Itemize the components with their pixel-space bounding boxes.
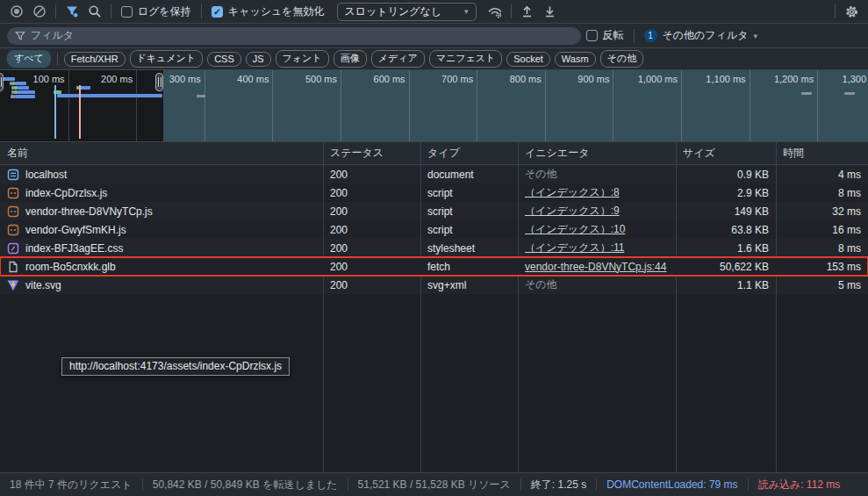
timeline-tick-label: 600 ms bbox=[341, 74, 409, 86]
summary-status-bar: 18 件中 7 件のリクエスト50,842 KB / 50,849 KB を転送… bbox=[0, 472, 868, 496]
checkbox-unchecked-icon bbox=[586, 30, 598, 41]
filter-type-button[interactable]: Socket bbox=[506, 52, 550, 67]
record-button[interactable] bbox=[5, 2, 28, 21]
clear-button[interactable] bbox=[28, 2, 51, 21]
table-row[interactable]: localhost200documentその他0.9 KB4 ms bbox=[0, 165, 868, 183]
initiator-link[interactable]: （インデックス）:11 bbox=[525, 241, 624, 254]
filter-count-badge: 1 bbox=[644, 29, 657, 42]
table-row[interactable]: index-BFJ3agEE.css200stylesheet（インデックス）:… bbox=[0, 239, 868, 257]
status-cell: 200 bbox=[323, 242, 420, 255]
initiator-link[interactable]: （インデックス）:8 bbox=[525, 186, 620, 198]
type-cell: stylesheet bbox=[420, 242, 518, 255]
initiator-text: その他 bbox=[525, 278, 557, 291]
record-icon bbox=[10, 4, 24, 18]
url-tooltip: http://localhost:4173/assets/index-CpDrz… bbox=[61, 357, 290, 376]
toolbar-divider bbox=[835, 4, 836, 18]
vite-icon bbox=[7, 279, 19, 291]
column-header-イニシエータ[interactable]: イニシエータ bbox=[518, 146, 676, 161]
timeline-overview[interactable]: 100 ms200 ms300 ms400 ms500 ms600 ms700 … bbox=[0, 70, 868, 142]
initiator-link[interactable]: vendor-three-D8VNyTCp.js:44 bbox=[525, 261, 666, 273]
overview-left-grip[interactable] bbox=[0, 73, 4, 91]
filter-type-button[interactable]: メディア bbox=[371, 50, 425, 68]
timeline-tick-label: 1,200 ms bbox=[750, 74, 818, 86]
column-header-サイズ[interactable]: サイズ bbox=[676, 146, 776, 161]
initiator-link[interactable]: （インデックス）:9 bbox=[525, 205, 620, 217]
request-name-cell: index-BFJ3agEE.css bbox=[0, 242, 323, 255]
toolbar-divider bbox=[201, 4, 202, 18]
table-row[interactable]: room-Bo5cnxkk.glb200fetchvendor-three-D8… bbox=[0, 257, 868, 276]
column-header-タイプ[interactable]: タイプ bbox=[420, 146, 518, 161]
initiator-cell: その他 bbox=[518, 167, 676, 182]
import-har-button[interactable] bbox=[516, 2, 539, 21]
export-har-button[interactable] bbox=[539, 2, 562, 21]
more-filters-dropdown[interactable]: 1 その他のフィルタ ▾ bbox=[644, 28, 758, 43]
request-name-cell: vendor-three-D8VNyTCp.js bbox=[0, 205, 323, 218]
filter-type-button[interactable]: JS bbox=[246, 52, 271, 67]
filter-type-button[interactable]: 画像 bbox=[334, 50, 367, 68]
column-divider[interactable] bbox=[776, 142, 777, 472]
column-divider[interactable] bbox=[518, 142, 519, 472]
search-button[interactable] bbox=[83, 2, 106, 21]
status-segment: 50,842 KB / 50,849 KB を転送しました bbox=[143, 478, 348, 492]
request-name: index-CpDrzlsx.js bbox=[25, 187, 107, 199]
type-cell: script bbox=[420, 187, 518, 199]
initiator-link[interactable]: （インデックス）:10 bbox=[525, 223, 625, 235]
filter-type-button[interactable]: ドキュメント bbox=[130, 50, 204, 68]
waterfall-bar bbox=[801, 92, 812, 95]
column-header-ステータス[interactable]: ステータス bbox=[323, 146, 420, 161]
filter-divider bbox=[634, 29, 635, 43]
resource-type-filters: すべてFetch/XHRドキュメントCSSJSフォント画像メディアマニフェストS… bbox=[0, 48, 868, 70]
filter-type-button[interactable]: マニフェスト bbox=[429, 50, 503, 68]
filter-type-button[interactable]: Fetch/XHR bbox=[64, 52, 126, 67]
disable-cache-checkbox[interactable]: ✓ キャッシュを無効化 bbox=[212, 4, 325, 19]
filter-input[interactable]: フィルタ bbox=[7, 27, 581, 45]
request-name-cell: room-Bo5cnxkk.glb bbox=[0, 261, 323, 273]
funnel-icon bbox=[15, 31, 25, 41]
column-divider[interactable] bbox=[676, 142, 677, 472]
type-cell: script bbox=[420, 205, 518, 218]
load-line bbox=[79, 85, 81, 139]
filter-type-button[interactable]: Wasm bbox=[555, 52, 596, 67]
settings-button[interactable] bbox=[840, 2, 863, 21]
gear-icon bbox=[844, 4, 859, 19]
timeline-tick-label: 200 ms bbox=[68, 74, 137, 86]
chevron-down-icon: ▾ bbox=[464, 7, 469, 16]
column-header-名前[interactable]: 名前 bbox=[0, 146, 323, 161]
throttling-select[interactable]: スロットリングなし ▾ bbox=[337, 3, 477, 21]
status-cell: 200 bbox=[323, 169, 420, 181]
preserve-log-checkbox[interactable]: ログを保持 bbox=[121, 4, 191, 19]
waterfall-bar bbox=[15, 82, 26, 85]
table-row[interactable]: vendor-GwyfSmKH.js200script（インデックス）:1063… bbox=[0, 220, 868, 239]
filter-toggle-button[interactable] bbox=[61, 2, 83, 21]
size-cell: 1.1 KB bbox=[676, 279, 776, 291]
table-row[interactable]: vendor-three-D8VNyTCp.js200script（インデックス… bbox=[0, 202, 868, 220]
table-row[interactable]: index-CpDrzlsx.js200script（インデックス）:82.9 … bbox=[0, 183, 868, 202]
overview-right-grip[interactable] bbox=[155, 73, 163, 91]
initiator-cell: （インデックス）:8 bbox=[518, 185, 676, 200]
filter-type-button[interactable]: すべて bbox=[7, 50, 51, 68]
size-cell: 1.6 KB bbox=[676, 242, 776, 255]
invert-filter-checkbox[interactable]: 反転 bbox=[586, 28, 624, 43]
preserve-log-label: ログを保持 bbox=[138, 4, 191, 19]
network-conditions-button[interactable] bbox=[484, 2, 506, 21]
table-row[interactable]: vite.svg200svg+xmlその他1.1 KB5 ms bbox=[0, 276, 868, 294]
column-divider[interactable] bbox=[323, 142, 324, 472]
checkbox-checked-icon: ✓ bbox=[212, 6, 223, 18]
filter-type-button[interactable]: フォント bbox=[276, 50, 329, 68]
funnel-icon bbox=[65, 4, 79, 18]
timeline-tick-label: 800 ms bbox=[477, 74, 545, 86]
status-segment: 終了: 1.25 s bbox=[521, 478, 596, 492]
waterfall-bar bbox=[79, 86, 90, 90]
request-name-cell: vite.svg bbox=[0, 279, 323, 291]
filter-type-button[interactable]: その他 bbox=[600, 50, 644, 68]
script-icon bbox=[7, 205, 19, 218]
waterfall-bar bbox=[18, 90, 35, 94]
filter-type-button[interactable]: CSS bbox=[207, 52, 241, 67]
waterfall-bar bbox=[18, 86, 29, 90]
table-header-row: 名前ステータスタイプイニシエータサイズ時間 bbox=[0, 142, 868, 165]
column-divider[interactable] bbox=[420, 142, 421, 472]
column-header-時間[interactable]: 時間 bbox=[776, 146, 868, 161]
stylesheet-icon bbox=[7, 242, 19, 255]
time-cell: 5 ms bbox=[776, 279, 868, 291]
status-cell: 200 bbox=[323, 279, 420, 291]
